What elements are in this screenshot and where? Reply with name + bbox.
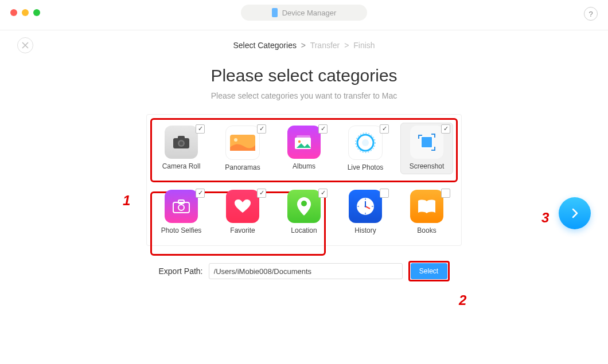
- category-label: Photo Selfies: [158, 226, 205, 234]
- breadcrumb: Select Categories > Transfer > Finish: [233, 41, 375, 50]
- category-label: Books: [403, 226, 450, 234]
- window-close-dot[interactable]: [10, 9, 17, 16]
- category-albums[interactable]: ✓ Albums: [278, 123, 330, 174]
- categories-panel: ✓ Camera Roll ✓ Panoramas ✓ Albums ✓ Liv…: [146, 114, 462, 246]
- close-button[interactable]: [17, 37, 33, 53]
- category-screenshot[interactable]: ✓ Screenshot: [400, 123, 453, 174]
- category-label: Favorite: [219, 226, 266, 234]
- category-label: Camera Roll: [158, 162, 205, 170]
- device-manager-pill[interactable]: Device Manager: [241, 5, 367, 21]
- category-favorite[interactable]: ✓ Favorite: [216, 187, 269, 237]
- breadcrumb-step-3: Finish: [353, 41, 375, 50]
- export-path-label: Export Path:: [158, 267, 202, 276]
- live-photos-icon: [348, 126, 383, 160]
- svg-point-16: [178, 205, 184, 210]
- albums-icon: [287, 126, 321, 159]
- svg-point-23: [365, 206, 367, 208]
- svg-point-11: [362, 139, 369, 146]
- phone-icon: [272, 8, 278, 17]
- help-button[interactable]: ?: [584, 7, 598, 21]
- annotation-box-2: Select: [408, 261, 450, 281]
- location-icon: [287, 190, 321, 223]
- category-label: Location: [280, 226, 328, 234]
- checkbox-icon: ✓: [196, 124, 205, 134]
- category-label: Screenshot: [403, 162, 450, 170]
- category-camera-roll[interactable]: ✓ Camera Roll: [155, 123, 208, 174]
- page-title: Please select categories: [0, 66, 608, 85]
- checkbox-icon: [380, 189, 389, 198]
- window-minimize-dot[interactable]: [22, 9, 29, 16]
- category-label: Albums: [280, 162, 328, 170]
- svg-point-17: [301, 201, 307, 206]
- svg-rect-12: [421, 136, 432, 148]
- svg-point-5: [234, 138, 237, 142]
- breadcrumb-step-1: Select Categories: [233, 41, 297, 50]
- annotation-number-1: 1: [123, 193, 130, 209]
- window-zoom-dot[interactable]: [33, 9, 40, 16]
- export-path-input[interactable]: [209, 263, 403, 279]
- checkbox-icon: ✓: [257, 124, 266, 134]
- category-location[interactable]: ✓ Location: [278, 187, 330, 237]
- svg-point-3: [180, 142, 184, 146]
- checkbox-icon: ✓: [257, 189, 266, 198]
- category-books[interactable]: Books: [400, 187, 453, 237]
- category-label: Live Photos: [342, 163, 389, 171]
- svg-point-8: [298, 140, 301, 143]
- annotation-number-2: 2: [459, 292, 466, 308]
- annotation-number-3: 3: [541, 210, 549, 226]
- history-icon: [349, 190, 382, 223]
- checkbox-icon: ✓: [441, 124, 450, 134]
- screenshot-icon: [410, 126, 443, 159]
- checkbox-icon: ✓: [318, 124, 328, 134]
- breadcrumb-step-2: Transfer: [310, 41, 340, 50]
- books-icon: [410, 190, 443, 223]
- category-history[interactable]: History: [339, 187, 392, 237]
- selfies-icon: [165, 190, 198, 223]
- panorama-icon: [225, 126, 260, 160]
- device-manager-label: Device Manager: [282, 9, 337, 17]
- svg-rect-1: [178, 136, 185, 139]
- select-path-button[interactable]: Select: [411, 263, 447, 279]
- category-label: Panoramas: [219, 163, 266, 171]
- checkbox-icon: ✓: [380, 124, 389, 134]
- checkbox-icon: ✓: [318, 189, 328, 198]
- category-photo-selfies[interactable]: ✓ Photo Selfies: [155, 187, 208, 237]
- favorite-icon: [226, 190, 259, 223]
- category-panoramas[interactable]: ✓ Panoramas: [216, 123, 269, 174]
- category-live-photos[interactable]: ✓ Live Photos: [339, 123, 392, 174]
- page-subtitle: Please select categories you want to tra…: [0, 91, 608, 100]
- chevron-right-icon: [569, 208, 580, 219]
- proceed-button[interactable]: [559, 197, 591, 229]
- category-label: History: [342, 226, 389, 234]
- checkbox-icon: ✓: [196, 189, 205, 198]
- checkbox-icon: [441, 189, 450, 198]
- camera-icon: [165, 126, 198, 159]
